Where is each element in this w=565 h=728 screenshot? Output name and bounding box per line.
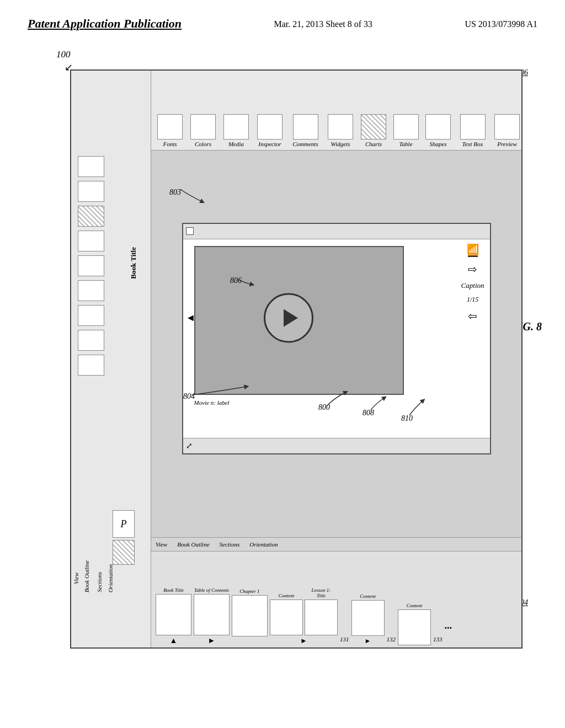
toolbar-item-shapes[interactable]: Shapes (422, 114, 454, 147)
filmstrip-thumbs: Book Title ▲ Table of Contents ► Chapter… (151, 552, 521, 648)
left-btn-3-hatched[interactable] (78, 206, 104, 227)
left-btn-4[interactable] (78, 231, 104, 251)
ref-131-area: 131 (340, 636, 349, 643)
ref-810: 810 (401, 414, 413, 423)
slide-window: Movie n: label ◄ 📶 ⇨ Caption (182, 223, 491, 454)
ref-803: 803 (169, 188, 181, 197)
orientation-p-btn[interactable]: P (113, 510, 135, 538)
toolbar-item-charts[interactable]: Charts (358, 114, 390, 147)
ref-100-label: 100 (56, 49, 71, 60)
caption-label: Caption (461, 281, 484, 290)
nav-back-arrow[interactable]: ⇦ (468, 309, 477, 323)
filmstrip-item-content2[interactable]: Content ► (351, 593, 385, 645)
publication-title: Patent Application Publication (28, 17, 182, 31)
left-btn-5[interactable] (78, 255, 104, 276)
filmstrip-item-toc[interactable]: Table of Contents ► (194, 587, 230, 645)
ft-bookoutline[interactable]: Book Outline (177, 541, 209, 548)
slide-checkbox[interactable] (186, 227, 194, 235)
book-title-label: Book Title (129, 247, 138, 279)
toolbar-item-fonts[interactable]: Fonts (154, 114, 186, 147)
page-indicator: 1/15 (467, 296, 478, 304)
toolbar-area: Fonts Colors Media Inspector Comments Wi… (151, 71, 521, 151)
orientation-hatched (113, 540, 135, 565)
filmstrip-item-booktitle[interactable]: Book Title ▲ (156, 587, 191, 645)
view-label: View (73, 572, 79, 584)
filmstrip-item-lesson1[interactable]: Lesson 1: Title (305, 587, 338, 635)
ref-806: 806 (230, 276, 242, 285)
toolbar-item-textbox[interactable]: Text Box (455, 114, 490, 147)
slide-bottombar: ⤢ (183, 438, 490, 453)
filmstrip-toolbar: View Book Outline Sections Orientation (151, 538, 521, 552)
left-panel: View Book Outline Sections Orientation B… (71, 71, 151, 647)
patent-number: US 2013/073998 A1 (465, 19, 537, 29)
ref-133-area: 133 (433, 636, 443, 643)
left-btn-6[interactable] (78, 280, 104, 301)
play-circle[interactable] (264, 293, 313, 342)
left-btn-7[interactable] (78, 305, 104, 326)
slide-topbar (183, 224, 490, 239)
toolbar-item-table[interactable]: Table (391, 114, 421, 147)
filmstrip-group-lesson1: Content Lesson 1: Title ► (270, 587, 338, 645)
ft-view[interactable]: View (156, 541, 167, 548)
app-window: Fonts Colors Media Inspector Comments Wi… (70, 69, 523, 649)
movie-widget (194, 246, 404, 395)
left-btn-9[interactable] (78, 355, 104, 376)
sections-label: Sections (96, 572, 103, 592)
left-panel-buttons (78, 156, 104, 376)
filmstrip-item-chapter1[interactable]: Chapter 1 (232, 588, 268, 645)
filmstrip-area: View Book Outline Sections Orientation B… (151, 537, 521, 647)
canvas-area: Movie n: label ◄ 📶 ⇨ Caption (151, 151, 521, 537)
orientation-area: P (113, 510, 135, 565)
sheet-info: Mar. 21, 2013 Sheet 8 of 33 (274, 19, 372, 29)
filmstrip-item-content3[interactable]: Content (398, 603, 431, 645)
left-btn-1[interactable] (78, 156, 104, 177)
ref-800: 800 (318, 403, 330, 412)
toolbar-item-preview[interactable]: Preview (491, 114, 523, 147)
toolbar-item-widgets[interactable]: Widgets (324, 114, 356, 147)
left-btn-8[interactable] (78, 330, 104, 351)
slide-right-controls: 📶 ⇨ Caption 1/15 ⇦ (461, 243, 484, 323)
movie-label: Movie n: label (194, 399, 230, 406)
broadcast-icon: 📶 (467, 243, 479, 257)
ft-orientation[interactable]: Orientation (249, 541, 278, 548)
ref-808: 808 (363, 409, 374, 417)
toolbar-item-media[interactable]: Media (220, 114, 252, 147)
orientation-label: Orientation (107, 564, 114, 592)
slide-prev-arrow[interactable]: ◄ (186, 312, 196, 324)
ref-132-area: 132 (387, 636, 396, 643)
play-triangle-icon (284, 309, 298, 326)
toolbar-item-inspector[interactable]: Inspector (253, 114, 286, 147)
filmstrip-item-content1[interactable]: Content (270, 593, 303, 635)
expand-icon[interactable]: ⤢ (186, 441, 193, 451)
toolbar-item-colors[interactable]: Colors (187, 114, 219, 147)
ref-804: 804 (183, 392, 195, 401)
toolbar-item-comments[interactable]: Comments (287, 114, 323, 147)
book-outline-label: Book Outline (83, 560, 90, 592)
nav-forward-arrow[interactable]: ⇨ (468, 263, 477, 276)
page-header: Patent Application Publication Mar. 21, … (0, 0, 565, 36)
ft-sections[interactable]: Sections (220, 541, 240, 548)
left-btn-2[interactable] (78, 181, 104, 202)
filmstrip-more: ··· (445, 623, 452, 634)
